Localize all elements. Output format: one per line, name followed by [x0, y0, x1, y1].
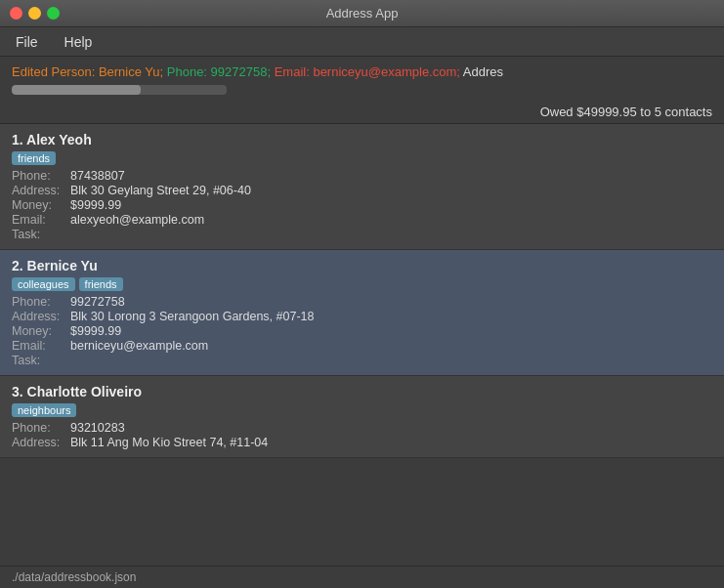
- tag-friends-2: friends: [79, 277, 123, 291]
- email-label-1: Email:: [12, 213, 70, 227]
- contact-tags-1: friends: [12, 151, 712, 165]
- tag-friends-1: friends: [12, 151, 56, 165]
- main-content: Edited Person: Bernice Yu; Phone: 992727…: [0, 57, 724, 588]
- address-label-3: Address:: [12, 436, 70, 449]
- menu-help[interactable]: Help: [59, 32, 99, 52]
- contact-number-1: 1.: [12, 132, 26, 147]
- contact-name-1: 1. Alex Yeoh: [12, 132, 712, 147]
- owed-text: Owed $49999.95 to 5 contacts: [540, 105, 712, 119]
- phone-label-1: Phone:: [12, 169, 70, 183]
- window-title: Address App: [326, 6, 399, 21]
- tag-neighbours-3: neighbours: [12, 403, 76, 417]
- owed-bar: Owed $49999.95 to 5 contacts: [0, 103, 724, 123]
- contact-card-3[interactable]: 3. Charlotte Oliveiro neighbours Phone: …: [0, 376, 724, 458]
- contact-card-2[interactable]: 2. Bernice Yu colleagues friends Phone: …: [0, 250, 724, 376]
- email-value-2: berniceyu@example.com: [70, 339, 712, 353]
- footer: ./data/addressbook.json: [0, 566, 724, 588]
- title-bar: Address App: [0, 0, 724, 27]
- phone-value-1: 87438807: [70, 169, 712, 183]
- address-label-2: Address:: [12, 310, 70, 323]
- maximize-button[interactable]: [47, 7, 60, 20]
- menu-bar: File Help: [0, 27, 724, 57]
- contact-details-3: Phone: 93210283 Address: Blk 11 Ang Mo K…: [12, 421, 712, 449]
- address-value-2: Blk 30 Lorong 3 Serangoon Gardens, #07-1…: [70, 310, 712, 323]
- phone-label-3: Phone:: [12, 421, 70, 435]
- contact-tags-2: colleagues friends: [12, 277, 712, 291]
- contact-number-3: 3.: [12, 384, 27, 399]
- contact-fullname-1: Alex Yeoh: [26, 132, 92, 147]
- contact-name-2: 2. Bernice Yu: [12, 258, 712, 273]
- edited-info: Edited Person: Bernice Yu; Phone: 992727…: [12, 64, 712, 79]
- contact-name-3: 3. Charlotte Oliveiro: [12, 384, 712, 399]
- address-value-1: Blk 30 Geylang Street 29, #06-40: [70, 184, 712, 197]
- phone-value-2: 99272758: [70, 295, 712, 309]
- edited-address: Addres: [463, 64, 503, 79]
- phone-label-2: Phone:: [12, 295, 70, 309]
- contact-fullname-3: Charlotte Oliveiro: [27, 384, 142, 399]
- money-label-1: Money:: [12, 198, 70, 212]
- minimize-button[interactable]: [28, 7, 41, 20]
- progress-bar-fill: [12, 85, 141, 95]
- money-label-2: Money:: [12, 324, 70, 338]
- contact-number-2: 2.: [12, 258, 27, 273]
- footer-path: ./data/addressbook.json: [12, 570, 136, 584]
- edited-name: Bernice Yu;: [99, 64, 167, 79]
- edited-phone-value: 99272758;: [211, 64, 275, 79]
- contact-card-1[interactable]: 1. Alex Yeoh friends Phone: 87438807 Add…: [0, 124, 724, 250]
- task-label-1: Task:: [12, 228, 70, 241]
- close-button[interactable]: [10, 7, 22, 20]
- contacts-list[interactable]: 1. Alex Yeoh friends Phone: 87438807 Add…: [0, 123, 724, 566]
- task-value-2: [70, 354, 712, 367]
- contact-fullname-2: Bernice Yu: [27, 258, 98, 273]
- money-value-1: $9999.99: [70, 198, 712, 212]
- edited-email-label: Email:: [275, 64, 314, 79]
- money-value-2: $9999.99: [70, 324, 712, 338]
- info-bar: Edited Person: Bernice Yu; Phone: 992727…: [0, 57, 724, 103]
- address-value-3: Blk 11 Ang Mo Kio Street 74, #11-04: [70, 436, 712, 449]
- contact-details-1: Phone: 87438807 Address: Blk 30 Geylang …: [12, 169, 712, 241]
- menu-file[interactable]: File: [10, 32, 44, 52]
- tag-colleagues-2: colleagues: [12, 277, 75, 291]
- edited-email-value: berniceyu@example.com;: [313, 64, 462, 79]
- edited-phone-label: Phone:: [167, 64, 211, 79]
- phone-value-3: 93210283: [70, 421, 712, 435]
- address-label-1: Address:: [12, 184, 70, 197]
- contact-tags-3: neighbours: [12, 403, 712, 417]
- task-label-2: Task:: [12, 354, 70, 367]
- email-value-1: alexyeoh@example.com: [70, 213, 712, 227]
- contact-details-2: Phone: 99272758 Address: Blk 30 Lorong 3…: [12, 295, 712, 367]
- email-label-2: Email:: [12, 339, 70, 353]
- task-value-1: [70, 228, 712, 241]
- progress-bar-container: [12, 85, 227, 95]
- window-controls: [10, 7, 60, 20]
- edited-label: Edited Person:: [12, 64, 99, 79]
